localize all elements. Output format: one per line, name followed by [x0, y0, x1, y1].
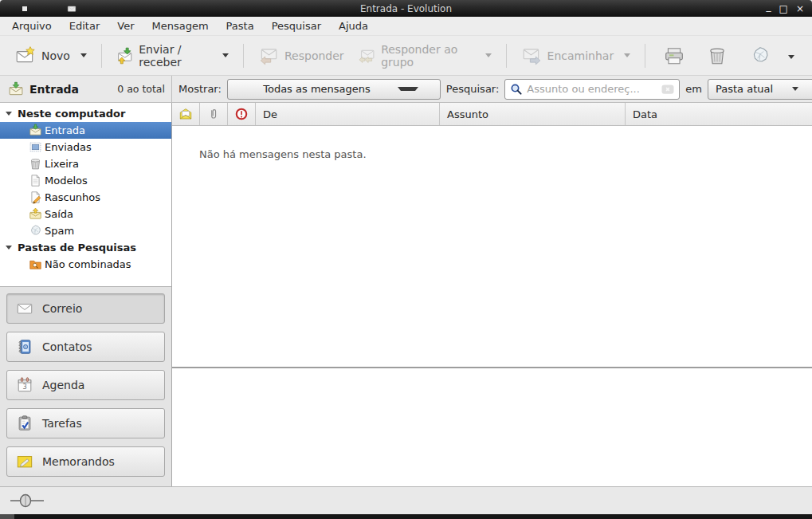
- priority-icon: [234, 107, 249, 121]
- sidebar-item-entrada[interactable]: Entrada: [0, 122, 171, 139]
- forward-label: Encaminhar: [547, 49, 614, 62]
- reply-group-dropdown-caret-icon[interactable]: [485, 53, 492, 57]
- current-folder-header: Entrada 0 ao total: [0, 76, 172, 102]
- column-data[interactable]: Data: [626, 103, 812, 125]
- reply-label: Responder: [284, 49, 344, 62]
- switcher-tarefas-button[interactable]: Tarefas: [6, 408, 165, 438]
- menu-editar[interactable]: Editar: [61, 18, 109, 34]
- column-header-label: De: [263, 108, 277, 120]
- minimize-icon[interactable]: _: [767, 2, 771, 10]
- send-receive-button[interactable]: Enviar / receber: [109, 38, 236, 73]
- search-scope-value: Pasta atual: [716, 83, 773, 95]
- menu-ver[interactable]: Ver: [108, 18, 143, 34]
- search-scope-dropdown[interactable]: Pasta atual: [708, 79, 812, 100]
- expander-icon[interactable]: [6, 112, 12, 116]
- menu-mensagem[interactable]: Mensagem: [143, 18, 218, 34]
- switcher-correio-button[interactable]: Correio: [6, 293, 165, 324]
- overflow-caret-icon: [788, 55, 794, 59]
- new-button[interactable]: Novo: [8, 41, 94, 71]
- send-receive-label: Enviar / receber: [139, 43, 212, 69]
- menu-ajuda[interactable]: Ajuda: [330, 18, 377, 34]
- read-status-icon: [178, 107, 193, 121]
- sidebar-item-spam[interactable]: Spam: [0, 222, 171, 239]
- inbox-icon: [29, 124, 42, 137]
- clear-search-icon[interactable]: [661, 82, 675, 96]
- expander-icon[interactable]: [6, 246, 12, 250]
- print-button[interactable]: [656, 41, 692, 71]
- sidebar-item-modelos[interactable]: Modelos: [0, 172, 171, 189]
- send-receive-dropdown-caret-icon[interactable]: [222, 53, 229, 57]
- sidebar-item-nao-combinadas[interactable]: Não combinadas: [0, 256, 171, 273]
- sidebar: Neste computador Entrada Enviadas Lixeir…: [0, 103, 172, 486]
- attachment-icon: [206, 107, 221, 121]
- memos-icon: [16, 453, 33, 470]
- toolbar-separator: [243, 44, 244, 68]
- new-dropdown-caret-icon[interactable]: [80, 53, 87, 57]
- tree-group-pastas-de-pesquisas[interactable]: Pastas de Pesquisas: [0, 239, 171, 256]
- column-priority[interactable]: [228, 103, 256, 125]
- switcher-label: Contatos: [42, 340, 92, 353]
- column-assunto[interactable]: Assunto: [440, 103, 626, 125]
- search-label: Pesquisar:: [446, 83, 500, 95]
- switcher-memorandos-button[interactable]: Memorandos: [6, 446, 165, 477]
- window-menu-icon[interactable]: [22, 6, 27, 11]
- forward-dropdown-caret-icon[interactable]: [624, 53, 630, 57]
- sidebar-item-lixeira[interactable]: Lixeira: [0, 155, 171, 172]
- in-label: em: [685, 83, 702, 95]
- toolbar-separator: [645, 44, 645, 68]
- toolbar-separator: [506, 44, 507, 68]
- tree-item-label: Lixeira: [45, 158, 79, 170]
- new-mail-icon: [15, 45, 36, 66]
- desktop-panel-strip: [0, 514, 812, 519]
- new-button-label: Novo: [41, 49, 70, 62]
- search-input[interactable]: [524, 83, 661, 95]
- column-de[interactable]: De: [256, 103, 440, 125]
- tree-item-label: Modelos: [45, 175, 88, 187]
- show-filter-dropdown[interactable]: Todas as mensagens: [227, 79, 441, 100]
- switcher-contatos-button[interactable]: Contatos: [6, 332, 165, 362]
- switcher-label: Memorandos: [42, 455, 115, 468]
- sent-icon: [29, 140, 42, 154]
- tasks-icon: [16, 415, 33, 432]
- toolbar-overflow-button[interactable]: [782, 43, 801, 68]
- switcher-agenda-button[interactable]: Agenda: [6, 370, 165, 400]
- online-status-icon[interactable]: [10, 493, 45, 509]
- mail-icon: [16, 300, 33, 317]
- menu-pesquisar[interactable]: Pesquisar: [263, 18, 330, 34]
- reply-icon: [258, 45, 279, 66]
- message-list-pane: De Assunto Data Não há mensagens nesta p…: [172, 103, 812, 486]
- spam-icon: [29, 224, 42, 238]
- calendar-icon: [16, 376, 33, 394]
- forward-button[interactable]: Encaminhar: [514, 41, 638, 71]
- sidebar-item-rascunhos[interactable]: Rascunhos: [0, 189, 171, 206]
- junk-button[interactable]: [742, 41, 779, 71]
- tree-item-label: Rascunhos: [45, 191, 100, 203]
- delete-button[interactable]: [699, 41, 736, 71]
- app-envelope-icon: [65, 4, 78, 14]
- menu-arquivo[interactable]: Arquivo: [3, 18, 61, 34]
- show-filter-value: Todas as mensagens: [249, 83, 371, 95]
- close-icon[interactable]: ×: [796, 5, 804, 13]
- column-attachment[interactable]: [200, 103, 228, 125]
- maximize-icon[interactable]: □: [779, 5, 788, 13]
- reply-button[interactable]: Responder: [251, 41, 351, 71]
- column-header-label: Assunto: [447, 108, 488, 120]
- message-list-body: Não há mensagens nesta pasta.: [172, 126, 812, 367]
- tree-group-label: Neste computador: [18, 108, 125, 120]
- column-read-status[interactable]: [172, 103, 200, 125]
- tree-group-neste-computador[interactable]: Neste computador: [0, 105, 171, 122]
- search-box[interactable]: [504, 79, 680, 100]
- forward-icon: [521, 45, 542, 66]
- column-header-label: Data: [633, 108, 657, 120]
- show-label: Mostrar:: [178, 83, 222, 95]
- titlebar[interactable]: Entrada - Evolution _ □ ×: [0, 0, 812, 17]
- toolbar: Novo Enviar / receber Responder Responde…: [0, 36, 812, 76]
- message-list-header: De Assunto Data: [172, 103, 812, 126]
- sidebar-item-saida[interactable]: Saída: [0, 206, 171, 222]
- filter-bar: Mostrar: Todas as mensagens Pesquisar: e…: [172, 76, 812, 102]
- menu-pasta[interactable]: Pasta: [218, 18, 263, 34]
- menubar: Arquivo Editar Ver Mensagem Pasta Pesqui…: [0, 17, 812, 36]
- sidebar-item-enviadas[interactable]: Enviadas: [0, 139, 171, 155]
- reply-group-button[interactable]: Responder ao grupo: [351, 38, 499, 73]
- tree-item-label: Enviadas: [45, 141, 92, 153]
